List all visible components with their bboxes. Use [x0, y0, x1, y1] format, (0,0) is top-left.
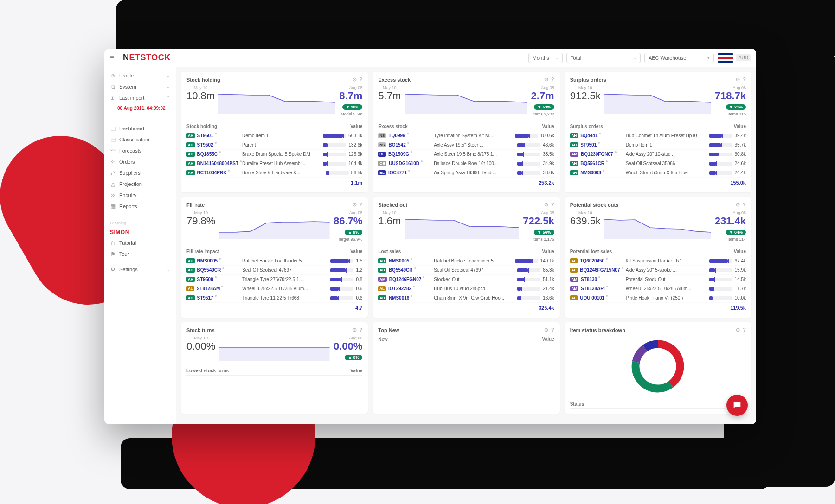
- sidebar-item-settings[interactable]: ⚙Settings⌄: [104, 264, 176, 275]
- table-row[interactable]: NSTQ0999Tyre Inflation System Kit M...10…: [378, 131, 554, 140]
- sku-link[interactable]: BN1416048004PST: [197, 161, 239, 166]
- help-icon[interactable]: ?: [743, 327, 746, 333]
- sku-link[interactable]: ST8128API: [581, 286, 605, 291]
- table-row[interactable]: AHST9501Demo Item 135.7k: [570, 140, 746, 150]
- table-row[interactable]: ALIOT292282Hub Hus 10-stud 285pcd21.4k: [378, 284, 554, 293]
- sku-link[interactable]: IOT292282: [388, 286, 411, 291]
- table-row[interactable]: AHBQ5549CRSeal Oil Scotseal 476971.2: [186, 266, 362, 275]
- period-select[interactable]: Months⌄: [528, 53, 563, 63]
- sku-link[interactable]: ST9502: [197, 142, 213, 147]
- help-icon[interactable]: ?: [743, 77, 746, 83]
- sku-link[interactable]: NMS0016: [389, 295, 409, 300]
- sku-link[interactable]: BQ1855C: [197, 152, 218, 157]
- table-row[interactable]: AHNCT1004PRKBrake Shoe & Hardware K...86…: [186, 168, 362, 178]
- sku-link[interactable]: ST9508: [197, 277, 213, 282]
- sidebar-item-tutorial[interactable]: ⎙Tutorial: [104, 237, 176, 249]
- sidebar-item-tour[interactable]: ⚑Tour: [104, 249, 176, 260]
- table-row[interactable]: AHST9508Triangle Tyre 275/70r22.5-1...0.…: [186, 275, 362, 284]
- table-row[interactable]: AHST9501Demo Item 1663.1k: [186, 131, 362, 140]
- sku-link[interactable]: TQ6020450: [580, 258, 604, 263]
- sku-link[interactable]: UUSDG1610D: [389, 161, 419, 166]
- table-row[interactable]: AMBQ1246FGN07Stocked Out51.1k: [378, 275, 554, 284]
- help-icon[interactable]: ?: [360, 327, 363, 333]
- table-row[interactable]: AMST8130Potential Stock Out14.5k: [570, 275, 746, 284]
- sku-link[interactable]: NMS0005: [389, 258, 409, 263]
- table-row[interactable]: ALTQ6020450Kit Suspension Ror Air Flx1..…: [570, 256, 746, 266]
- sidebar-item-suppliers[interactable]: ⇄Suppliers: [104, 167, 176, 179]
- sku-link[interactable]: BQ1509G: [388, 152, 409, 157]
- info-icon[interactable]: ⊙: [544, 327, 548, 333]
- table-row[interactable]: NSBQ1542Axle Assy 19.5" Steer ...48.6k: [378, 140, 554, 150]
- flag-icon[interactable]: [718, 53, 733, 63]
- sku-link[interactable]: BQ1246FG715N07: [580, 268, 620, 273]
- info-icon[interactable]: ⊙: [736, 327, 740, 333]
- sku-link[interactable]: BQ5561CR: [580, 161, 604, 166]
- sidebar-item-classification[interactable]: ▤Classification: [104, 134, 176, 145]
- table-row[interactable]: AHNMS0016Chain 8mm X 9m C/w Grab Hoo...1…: [378, 293, 554, 303]
- table-total[interactable]: 253.2k: [378, 178, 554, 188]
- sidebar-item-reports[interactable]: ▦Reports: [104, 201, 176, 212]
- sku-link[interactable]: TQ0999: [388, 133, 405, 138]
- sku-link[interactable]: BQ1246FGN07: [389, 277, 421, 282]
- sidebar-item-profile[interactable]: ☺Profile⌄: [104, 70, 176, 81]
- help-icon[interactable]: ?: [551, 327, 554, 333]
- table-row[interactable]: ALBQ1246FG715N07Axle Assy 20" 5-spoke ..…: [570, 266, 746, 275]
- help-icon[interactable]: ?: [743, 202, 746, 208]
- info-icon[interactable]: ⊙: [736, 77, 740, 83]
- sku-link[interactable]: BQ1542: [388, 142, 405, 147]
- sidebar-item-enquiry[interactable]: ∞Enquiry: [104, 190, 176, 201]
- table-row[interactable]: OBUUSDG1610DBallrace Double Row 16t 100.…: [378, 159, 554, 168]
- sku-link[interactable]: ST9501: [197, 133, 213, 138]
- sidebar-item-projection[interactable]: △Projection: [104, 179, 176, 190]
- table-row[interactable]: AHBQ5561CRSeal Oil Scotseal 3506624.6k: [570, 159, 746, 168]
- sku-link[interactable]: ST8130: [581, 277, 597, 282]
- info-icon[interactable]: ⊙: [736, 202, 740, 208]
- sku-link[interactable]: ST9517: [197, 295, 213, 300]
- table-row[interactable]: AHBQ5549CRSeal Oil Scotseal 4769785.3k: [378, 266, 554, 275]
- sidebar-item-dashboard[interactable]: ◫Dashboard: [104, 123, 176, 134]
- sku-link[interactable]: UOUI00101: [580, 295, 604, 300]
- sku-link[interactable]: BQ5549CR: [389, 268, 413, 273]
- table-total[interactable]: 155.0k: [570, 178, 746, 188]
- info-icon[interactable]: ⊙: [353, 327, 357, 333]
- table-total[interactable]: 325.4k: [378, 303, 554, 313]
- table-row[interactable]: AHNMS0005Ratchet Buckle Loadbinder 5...1…: [186, 256, 362, 266]
- help-icon[interactable]: ?: [551, 202, 554, 208]
- help-icon[interactable]: ?: [551, 77, 554, 83]
- table-row[interactable]: AHBN1416048004PSTDuralite Preset Hub Ass…: [186, 159, 362, 168]
- sidebar-item-last-import[interactable]: 🗓Last import⌃: [104, 92, 176, 103]
- table-row[interactable]: ALUOUI00101Pintle Hook Titano Vii (250t)…: [570, 293, 746, 303]
- help-icon[interactable]: ?: [360, 77, 363, 83]
- table-row[interactable]: BLIOC4771Air Spring Assy Ht300 Hendr...3…: [378, 168, 554, 178]
- info-icon[interactable]: ⊙: [544, 202, 548, 208]
- table-row[interactable]: AMBQ1230FGN07Axle Assy 20" 10-stud ...30…: [570, 150, 746, 159]
- table-row[interactable]: AHNMS0005Ratchet Buckle Loadbinder 5...1…: [378, 256, 554, 266]
- info-icon[interactable]: ⊙: [353, 202, 357, 208]
- sku-link[interactable]: BQ1230FGN07: [581, 152, 613, 157]
- sidebar-item-forecasts[interactable]: 〰Forecasts: [104, 145, 176, 156]
- sku-link[interactable]: IOC4771: [388, 170, 407, 175]
- scope-select[interactable]: Total⌄: [566, 53, 641, 63]
- info-icon[interactable]: ⊙: [353, 77, 357, 83]
- sidebar-item-system[interactable]: ⧉System⌄: [104, 81, 176, 92]
- sidebar-item-orders[interactable]: ✧Orders: [104, 156, 176, 167]
- table-total[interactable]: 119.5k: [570, 303, 746, 313]
- menu-icon[interactable]: ≡: [110, 54, 118, 62]
- table-total[interactable]: 4.7: [186, 303, 362, 313]
- table-row[interactable]: AHBQ1855CBrake Drum Special 5 Spoke D/d1…: [186, 150, 362, 159]
- warehouse-select[interactable]: ABC Warehouse▾: [644, 53, 714, 63]
- sku-link[interactable]: ST9501: [580, 142, 597, 147]
- table-row[interactable]: AHNMS0003Winch Strap 50mm X 9m Blue24.4k: [570, 168, 746, 178]
- sku-link[interactable]: BQ4441: [580, 133, 597, 138]
- table-total[interactable]: 1.1m: [186, 178, 362, 188]
- sku-link[interactable]: NMS0003: [580, 170, 601, 175]
- table-row[interactable]: ALST8128AMWheel 8.25x22.5 10/285 Alum...…: [186, 284, 362, 293]
- table-row[interactable]: AMST8128APIWheel 8.25x22.5 10/285 Alum..…: [570, 284, 746, 293]
- sku-link[interactable]: ST8128AM: [197, 286, 220, 291]
- intercom-button[interactable]: [726, 395, 748, 416]
- help-icon[interactable]: ?: [360, 202, 363, 208]
- table-row[interactable]: AHST9502Parent132.6k: [186, 140, 362, 150]
- sku-link[interactable]: NMS0005: [197, 258, 218, 263]
- sku-link[interactable]: NCT1004PRK: [197, 170, 227, 175]
- table-row[interactable]: AHBQ4441Hub Conmet Tn Alum Preset Hp1039…: [570, 131, 746, 140]
